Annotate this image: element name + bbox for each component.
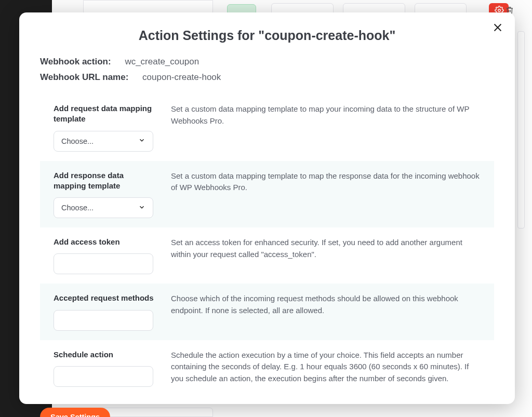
setting-left: Accepted request methods <box>54 293 157 330</box>
setting-left: Add access token <box>54 237 157 274</box>
setting-label: Add request data mapping template <box>54 103 157 125</box>
setting-description: Set an access token for enhanced securit… <box>171 237 483 260</box>
setting-left: Add request data mapping templateChoose.… <box>54 103 157 152</box>
setting-left: Add response data mapping templateChoose… <box>54 170 157 219</box>
setting-row: Accepted request methodsChoose which of … <box>40 284 494 340</box>
settings-list: Add request data mapping templateChoose.… <box>40 94 494 396</box>
select-dropdown[interactable]: Choose... <box>54 131 153 152</box>
setting-control: Choose... <box>54 197 157 218</box>
setting-row: Add access tokenSet an access token for … <box>40 227 494 284</box>
save-settings-button[interactable]: Save Settings <box>40 408 110 417</box>
webhook-action-label: Webhook action: <box>40 57 111 67</box>
setting-description: Set a custom data mapping template to ma… <box>171 170 483 194</box>
setting-label: Add access token <box>54 237 157 247</box>
webhook-action-value: wc_create_coupon <box>125 57 199 66</box>
setting-control: Choose... <box>54 131 157 152</box>
action-settings-modal: Action Settings for "coupon-create-hook"… <box>19 12 515 404</box>
chevron-down-icon <box>138 137 145 145</box>
setting-control <box>54 366 157 387</box>
bg-side <box>517 31 525 228</box>
setting-row: Schedule actionSchedule the action execu… <box>40 340 494 396</box>
select-placeholder: Choose... <box>61 204 94 212</box>
setting-label: Schedule action <box>54 349 157 360</box>
setting-control <box>54 253 157 274</box>
chevron-down-icon <box>138 204 145 212</box>
setting-left: Schedule action <box>54 349 157 387</box>
setting-description: Schedule the action execution by a time … <box>171 349 483 385</box>
setting-description: Set a custom data mapping template to ma… <box>171 103 483 127</box>
close-icon <box>492 22 503 33</box>
setting-label: Accepted request methods <box>54 293 157 303</box>
setting-label: Add response data mapping template <box>54 170 157 192</box>
webhook-url-row: Webhook URL name: coupon-create-hook <box>40 72 494 83</box>
webhook-url-value: coupon-create-hook <box>142 72 221 82</box>
setting-description: Choose which of the incoming request met… <box>171 293 483 316</box>
setting-row: Add response data mapping templateChoose… <box>40 161 494 228</box>
webhook-action-row: Webhook action: wc_create_coupon <box>40 57 494 67</box>
text-input[interactable] <box>54 253 153 274</box>
webhook-url-label: Webhook URL name: <box>40 72 128 83</box>
modal-title: Action Settings for "coupon-create-hook" <box>40 28 494 43</box>
close-button[interactable] <box>490 20 506 35</box>
setting-row: Add request data mapping templateChoose.… <box>40 94 494 161</box>
select-dropdown[interactable]: Choose... <box>54 197 153 218</box>
text-input[interactable] <box>54 366 153 387</box>
text-input[interactable] <box>54 310 153 331</box>
setting-control <box>54 310 157 331</box>
select-placeholder: Choose... <box>61 137 94 145</box>
svg-point-0 <box>498 9 501 12</box>
